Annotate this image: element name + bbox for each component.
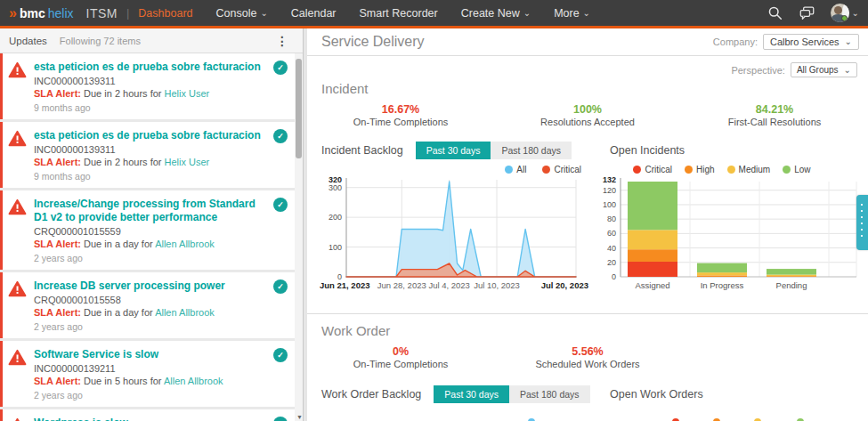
- update-card[interactable]: Increase DB server processing power CRQ0…: [0, 272, 295, 338]
- open-incidents-legend: CriticalHighMediumLow: [594, 161, 868, 174]
- svg-text:20: 20: [607, 258, 616, 267]
- svg-text:Jun 28, 2023: Jun 28, 2023: [377, 280, 426, 290]
- toggle-past-30-days[interactable]: Past 30 days: [434, 385, 509, 403]
- update-card-body: esta peticion es de prueba sobre factura…: [34, 129, 288, 182]
- avatar: [831, 4, 849, 22]
- update-card-body: Wordpress is slow INC000000139212 SLA Al…: [34, 417, 288, 421]
- svg-text:Jul 20, 2023: Jul 20, 2023: [541, 280, 588, 290]
- toggle-past-180-days[interactable]: Past 180 days: [509, 385, 590, 403]
- legend-label: Critical: [645, 165, 672, 174]
- dashboard-header: Service Delivery Company: Calbro Service…: [307, 28, 868, 56]
- update-title[interactable]: esta peticion es de prueba sobre factura…: [34, 129, 270, 142]
- assignee-link[interactable]: Allen Allbrook: [164, 376, 223, 386]
- svg-text:100: 100: [329, 243, 342, 252]
- toggle-past-180-days[interactable]: Past 180 days: [491, 142, 572, 159]
- work-order-metrics: 0% On-Time Completions 5.56% Scheduled W…: [307, 338, 868, 373]
- timestamp: 2 years ago: [34, 321, 270, 332]
- svg-text:Jul 10, 2023: Jul 10, 2023: [474, 280, 520, 290]
- sla-due-text: Due in a day for: [84, 239, 153, 249]
- kebab-menu-icon[interactable]: ⋮: [271, 34, 294, 48]
- svg-text:320: 320: [329, 175, 342, 184]
- updates-panel: Updates Following 72 items ⋮ esta petici…: [0, 28, 304, 421]
- following-badge-icon[interactable]: ✓: [273, 279, 288, 294]
- scrollbar-thumb[interactable]: [296, 59, 302, 158]
- incident-backlog-label: Incident Backlog: [321, 144, 403, 157]
- following-badge-icon[interactable]: ✓: [273, 61, 288, 75]
- legend-item-critical: Critical: [542, 164, 581, 174]
- top-navbar: » bmc helix ITSM | Dashboard Console ⌄ C…: [0, 0, 868, 28]
- company-select[interactable]: Calbro Services ⌄: [763, 34, 859, 50]
- update-title[interactable]: Increase/Change processing from Standard…: [34, 198, 270, 224]
- update-title[interactable]: Software Service is slow: [34, 348, 270, 361]
- sla-alert-label: SLA Alert:: [34, 239, 81, 249]
- metric-label: First-Call Resolutions: [681, 117, 868, 127]
- nav-item-create-new[interactable]: Create New ⌄: [461, 7, 531, 20]
- scrollbar-arrow-icon[interactable]: ▼: [296, 414, 303, 420]
- assignee-link[interactable]: Helix User: [165, 88, 210, 99]
- update-title[interactable]: esta peticion es de prueba sobre factura…: [34, 61, 270, 74]
- open-incidents-label: Open Incidents: [610, 144, 685, 157]
- perspective-filter: Perspective: All Groups ⌄: [307, 56, 868, 79]
- updates-list: esta peticion es de prueba sobre factura…: [0, 53, 303, 421]
- metric-wo-on-time-completions: 0% On-Time Completions: [307, 345, 494, 369]
- update-title[interactable]: Wordpress is slow: [34, 417, 270, 421]
- nav-item-smart-recorder[interactable]: Smart Recorder: [360, 7, 438, 20]
- update-card[interactable]: Wordpress is slow INC000000139212 SLA Al…: [0, 409, 295, 421]
- assignee-link[interactable]: Allen Allbrook: [155, 307, 215, 318]
- page-title: Service Delivery: [321, 34, 425, 50]
- metric-label: On-Time Completions: [307, 117, 494, 127]
- metric-on-time-completions: 16.67% On-Time Completions: [307, 103, 494, 127]
- update-card[interactable]: Increase/Change processing from Standard…: [0, 190, 295, 270]
- user-menu[interactable]: ⌄: [831, 4, 859, 22]
- search-icon[interactable]: [767, 4, 784, 22]
- chat-icon[interactable]: [799, 4, 816, 22]
- nav-item-calendar[interactable]: Calendar: [291, 7, 337, 20]
- legend-label: High: [696, 165, 715, 174]
- svg-text:200: 200: [329, 213, 342, 222]
- assignee-link[interactable]: Helix User: [165, 157, 210, 167]
- svg-text:Pending: Pending: [776, 280, 807, 290]
- following-badge-icon[interactable]: ✓: [273, 348, 288, 362]
- sla-alert-label: SLA Alert:: [34, 157, 81, 167]
- updates-header: Updates Following 72 items ⋮: [0, 28, 303, 53]
- product-name: ITSM: [86, 6, 118, 20]
- sla-alert: SLA Alert: Due in a day for Allen Allbro…: [34, 307, 270, 318]
- metric-value: 84.21%: [681, 103, 868, 116]
- side-feedback-tab[interactable]: [856, 195, 868, 250]
- sla-alert: SLA Alert: Due in 2 hours for Helix User: [34, 88, 270, 99]
- update-title[interactable]: Increase DB server processing power: [34, 279, 270, 293]
- company-label: Company:: [713, 36, 758, 47]
- warning-icon: [8, 348, 28, 401]
- following-badge-icon[interactable]: ✓: [273, 198, 288, 212]
- update-card[interactable]: Software Service is slow INC000000139211…: [0, 341, 295, 407]
- incident-backlog-area-chart[interactable]: 0100200300320Jun 21, 2023Jun 28, 2023Jul…: [316, 174, 594, 301]
- following-badge-icon[interactable]: ✓: [273, 129, 288, 143]
- ticket-id: INC000000139211: [34, 363, 270, 374]
- company-filter: Company: Calbro Services ⌄: [713, 34, 859, 50]
- nav-separator: |: [126, 6, 129, 20]
- toggle-past-30-days[interactable]: Past 30 days: [416, 142, 491, 159]
- svg-text:Assigned: Assigned: [635, 280, 669, 290]
- sla-alert: SLA Alert: Due in 2 hours for Helix User: [34, 157, 270, 167]
- assignee-link[interactable]: Allen Allbrook: [155, 239, 215, 249]
- sla-alert-label: SLA Alert:: [34, 307, 81, 318]
- chevron-down-icon: ⌄: [845, 37, 852, 46]
- update-card[interactable]: esta peticion es de prueba sobre factura…: [0, 122, 295, 188]
- bmc-helix-logo[interactable]: » bmc helix: [9, 6, 74, 20]
- legend-item-medium: Medium: [727, 164, 771, 174]
- ticket-id: INC000000139311: [34, 76, 270, 86]
- critical-dot: [633, 166, 641, 174]
- nav-item-console[interactable]: Console ⌄: [216, 7, 268, 20]
- perspective-select[interactable]: All Groups ⌄: [791, 62, 857, 77]
- svg-text:60: 60: [607, 229, 616, 238]
- legend-label: Low: [794, 165, 810, 174]
- open-incidents-bar-chart[interactable]: AssignedIn ProgressPending02040608010012…: [594, 174, 868, 301]
- nav-item-more[interactable]: More ⌄: [554, 7, 590, 20]
- warning-icon: [8, 417, 28, 421]
- sla-alert: SLA Alert: Due in 5 hours for Allen Allb…: [34, 376, 270, 386]
- timestamp: 9 months ago: [34, 102, 270, 113]
- updates-scrollbar[interactable]: ▼: [295, 53, 303, 421]
- nav-item-label: Dashboard: [138, 7, 192, 20]
- update-card[interactable]: esta peticion es de prueba sobre factura…: [0, 53, 295, 119]
- nav-item-dashboard[interactable]: Dashboard: [138, 7, 192, 20]
